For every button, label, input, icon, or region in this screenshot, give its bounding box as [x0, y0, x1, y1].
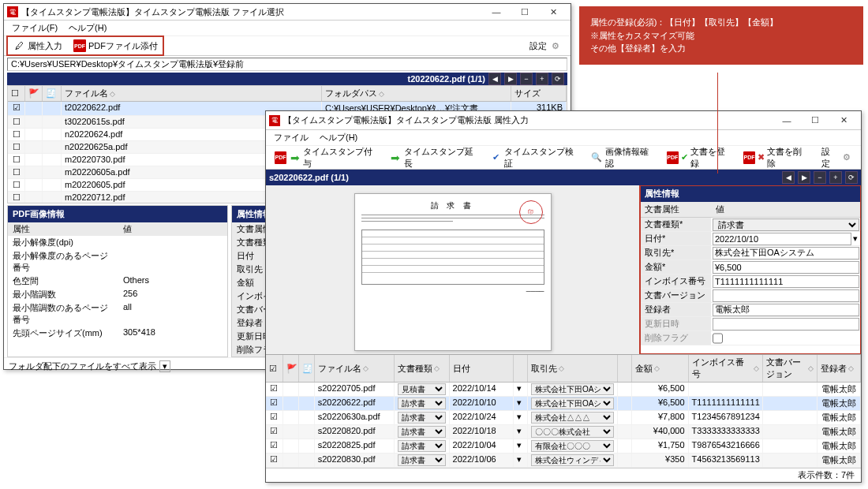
cell-date[interactable]: 2022/10/04: [450, 439, 514, 453]
minimize-button[interactable]: —: [482, 4, 511, 20]
pdf-preview[interactable]: 請 求 書 印 ────: [266, 185, 640, 354]
header-filename[interactable]: ファイル名◇: [315, 355, 395, 382]
zoom-in-button[interactable]: +: [829, 171, 842, 184]
cell-date[interactable]: 2022/10/24: [450, 411, 514, 424]
doc-row[interactable]: ☑s20220622.pdf請求書2022/10/10▾株式会社下田OAシス¥6…: [266, 397, 861, 411]
rotate-button[interactable]: ⟳: [845, 171, 858, 184]
attr-text-input[interactable]: [713, 304, 859, 316]
row-check[interactable]: ☐: [8, 179, 25, 191]
header-version[interactable]: 文書バージョン◇: [763, 355, 818, 382]
prev-page-button[interactable]: ◀: [488, 73, 501, 85]
attr-text-input[interactable]: [713, 247, 859, 259]
cell-doctype[interactable]: 請求書: [395, 454, 450, 467]
row-check[interactable]: ☐: [8, 141, 25, 153]
header-doctype[interactable]: 文書種類◇: [395, 355, 450, 382]
header-date[interactable]: 日付: [450, 355, 514, 382]
date-picker-icon[interactable]: ▾: [514, 383, 528, 396]
cell-doctype[interactable]: 請求書: [395, 439, 450, 453]
cell-date[interactable]: 2022/10/06: [450, 454, 514, 467]
row-check[interactable]: ☐: [8, 116, 25, 128]
close-button[interactable]: ✕: [829, 113, 858, 129]
cell-partner[interactable]: 株式会社△△△: [528, 411, 618, 424]
settings-button[interactable]: 設定 ⚙: [524, 36, 567, 55]
row-check[interactable]: ☑: [8, 102, 25, 115]
row-check[interactable]: ☐: [8, 154, 25, 166]
minimize-button[interactable]: —: [773, 113, 801, 129]
cell-partner[interactable]: 株式会社下田OAシス: [528, 383, 618, 396]
path-bar[interactable]: C:¥Users¥USER¥Desktop¥タイムスタンプ電帳法版¥登録前: [7, 58, 567, 71]
close-button[interactable]: ✕: [539, 4, 567, 20]
attr-text-input[interactable]: [713, 275, 859, 288]
attr-text-input[interactable]: [713, 289, 859, 302]
rotate-button[interactable]: ⟳: [552, 73, 564, 85]
next-page-button[interactable]: ▶: [504, 73, 517, 85]
header-check[interactable]: ☐: [8, 86, 25, 101]
cell-doctype[interactable]: 請求書: [395, 397, 450, 410]
prev-page-button[interactable]: ◀: [782, 171, 795, 184]
cell-doctype[interactable]: 見積書: [395, 383, 450, 396]
header-invoice[interactable]: インボイス番号◇: [689, 355, 763, 382]
cell-partner[interactable]: 〇〇〇株式会社: [528, 425, 618, 439]
header-flag-icon[interactable]: 🚩: [25, 86, 43, 101]
header-doc-icon[interactable]: 🧾: [299, 355, 315, 382]
next-page-button[interactable]: ▶: [798, 171, 810, 184]
image-info-button[interactable]: 🔍画像情報確認: [585, 143, 659, 173]
cell-partner[interactable]: 株式会社ウィンディーネ: [528, 454, 618, 467]
date-picker-icon[interactable]: ▾: [514, 439, 528, 453]
ts-attach-button[interactable]: PDF➡タイムスタンプ付与: [269, 143, 382, 173]
date-picker-icon[interactable]: ▾: [514, 454, 528, 467]
date-picker-icon[interactable]: ▾: [514, 411, 528, 424]
attr-check[interactable]: [713, 332, 723, 345]
header-folder[interactable]: フォルダパス◇: [322, 86, 511, 101]
cell-date[interactable]: 2022/10/10: [450, 397, 514, 410]
attach-pdf-button[interactable]: PDF PDFファイル添付: [68, 36, 163, 55]
tab-label[interactable]: t20220622.pdf (1/1): [408, 74, 485, 84]
header-doc-icon[interactable]: 🧾: [43, 86, 62, 101]
menu-file[interactable]: ファイル(F): [7, 21, 62, 35]
attr-input-button[interactable]: 🖊 属性入力: [7, 36, 68, 55]
doc-row[interactable]: ☑s20220825.pdf請求書2022/10/04▾有限会社〇〇〇¥1,75…: [266, 439, 861, 454]
maximize-button[interactable]: ☐: [801, 113, 829, 129]
maximize-button[interactable]: ☐: [511, 4, 539, 20]
settings-button[interactable]: 設定⚙: [816, 143, 858, 173]
date-picker-icon[interactable]: ▾: [514, 397, 528, 410]
doc-row[interactable]: ☑s20220705.pdf見積書2022/10/14▾株式会社下田OAシス¥6…: [266, 383, 861, 397]
header-partner[interactable]: 取引先◇: [528, 355, 618, 382]
show-all-dropdown[interactable]: ▾: [159, 360, 170, 372]
header-registrant[interactable]: 登録者◇: [817, 355, 861, 382]
attr-date-input[interactable]: [713, 233, 851, 245]
menu-help[interactable]: ヘルプ(H): [64, 21, 111, 35]
cell-date[interactable]: 2022/10/18: [450, 425, 514, 439]
cell-partner[interactable]: 有限会社〇〇〇: [528, 439, 618, 453]
calendar-icon[interactable]: ▾: [851, 233, 859, 244]
doc-row[interactable]: ☑s20220630a.pdf請求書2022/10/24▾株式会社△△△¥7,8…: [266, 411, 861, 425]
doc-delete-button[interactable]: PDF✖文書を削除: [738, 143, 813, 173]
cell-doctype[interactable]: 請求書: [395, 411, 450, 424]
row-check[interactable]: ☐: [8, 129, 25, 140]
row-check[interactable]: ☑: [266, 397, 283, 410]
header-flag-icon[interactable]: 🚩: [283, 355, 299, 382]
date-picker-icon[interactable]: ▾: [514, 425, 528, 439]
row-check[interactable]: ☑: [266, 383, 283, 396]
titlebar[interactable]: 電 【タイムスタンプ電帳法版】タイムスタンプ電帳法版 ファイル選択 — ☐ ✕: [4, 4, 571, 21]
row-check[interactable]: ☑: [266, 439, 283, 453]
cell-partner[interactable]: 株式会社下田OAシス: [528, 397, 618, 410]
header-size[interactable]: サイズ: [511, 86, 567, 101]
zoom-in-button[interactable]: +: [536, 73, 548, 85]
doc-register-button[interactable]: PDF✔文書を登録: [661, 143, 736, 173]
cell-doctype[interactable]: 請求書: [395, 425, 450, 439]
zoom-out-button[interactable]: −: [814, 171, 826, 184]
tab-label[interactable]: s20220622.pdf (1/1): [269, 173, 349, 182]
ts-extend-button[interactable]: ➡タイムスタンプ延長: [383, 143, 483, 173]
doc-row[interactable]: ☑s20220830.pdf請求書2022/10/06▾株式会社ウィンディーネ¥…: [266, 454, 861, 468]
row-check[interactable]: ☐: [8, 166, 25, 178]
header-filename[interactable]: ファイル名◇: [62, 86, 322, 101]
row-check[interactable]: ☑: [266, 425, 283, 439]
ts-verify-button[interactable]: ✔タイムスタンプ検証: [485, 143, 584, 173]
attr-select[interactable]: 請求書: [713, 218, 859, 231]
attr-text-input[interactable]: [713, 261, 859, 274]
cell-date[interactable]: 2022/10/14: [450, 383, 514, 396]
header-amount[interactable]: 金額◇: [632, 355, 688, 382]
zoom-out-button[interactable]: −: [520, 73, 533, 85]
titlebar[interactable]: 電 【タイムスタンプ電帳法版】タイムスタンプ電帳法版 属性入力 — ☐ ✕: [266, 111, 861, 130]
